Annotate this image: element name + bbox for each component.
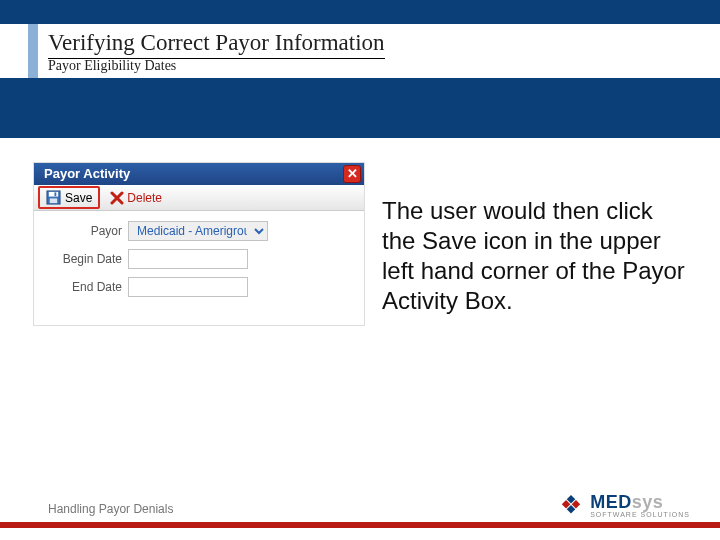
footer-red-bar (0, 522, 720, 528)
brand-logo: MEDsys SOFTWARE SOLUTIONS (558, 492, 690, 518)
end-date-input[interactable] (128, 277, 248, 297)
svg-rect-2 (50, 198, 58, 203)
close-button[interactable]: ✕ (343, 165, 361, 183)
window-titlebar: Payor Activity ✕ (34, 163, 364, 185)
begin-date-input[interactable] (128, 249, 248, 269)
form-area: Payor Medicaid - Amerigroup Begin Date E… (34, 211, 364, 325)
end-date-label: End Date (44, 280, 122, 294)
save-button-label: Save (65, 191, 92, 205)
title-block: Verifying Correct Payor Information (48, 30, 385, 59)
begin-date-row: Begin Date (44, 249, 354, 269)
logo-brand: MEDsys (590, 493, 690, 511)
page-subtitle: Payor Eligibility Dates (48, 56, 720, 74)
logo-tagline: SOFTWARE SOLUTIONS (590, 511, 690, 518)
instruction-text: The user would then click the Save icon … (382, 196, 692, 316)
end-date-row: End Date (44, 277, 354, 297)
window-title: Payor Activity (44, 166, 130, 181)
logo-text: MEDsys SOFTWARE SOLUTIONS (590, 493, 690, 518)
header-strip (0, 0, 720, 24)
subtitle-row: Payor Eligibility Dates (0, 56, 720, 74)
floppy-icon (46, 190, 61, 205)
svg-rect-3 (54, 192, 56, 196)
payor-activity-window: Payor Activity ✕ Save Delete Payor Medic… (33, 162, 365, 326)
header-blue-band (0, 78, 720, 138)
save-button[interactable]: Save (38, 186, 100, 209)
svg-rect-1 (49, 192, 58, 197)
delete-x-icon (110, 191, 124, 205)
logo-part2: sys (632, 492, 664, 512)
logo-diamond-icon (558, 492, 584, 518)
payor-select[interactable]: Medicaid - Amerigroup (128, 221, 268, 241)
delete-button-label: Delete (127, 191, 162, 205)
toolbar: Save Delete (34, 185, 364, 211)
payor-label: Payor (44, 224, 122, 238)
payor-row: Payor Medicaid - Amerigroup (44, 221, 354, 241)
page-title: Verifying Correct Payor Information (48, 30, 385, 59)
begin-date-label: Begin Date (44, 252, 122, 266)
logo-part1: MED (590, 492, 632, 512)
close-icon: ✕ (347, 163, 358, 185)
delete-button[interactable]: Delete (106, 189, 166, 207)
footer-text: Handling Payor Denials (48, 502, 173, 516)
